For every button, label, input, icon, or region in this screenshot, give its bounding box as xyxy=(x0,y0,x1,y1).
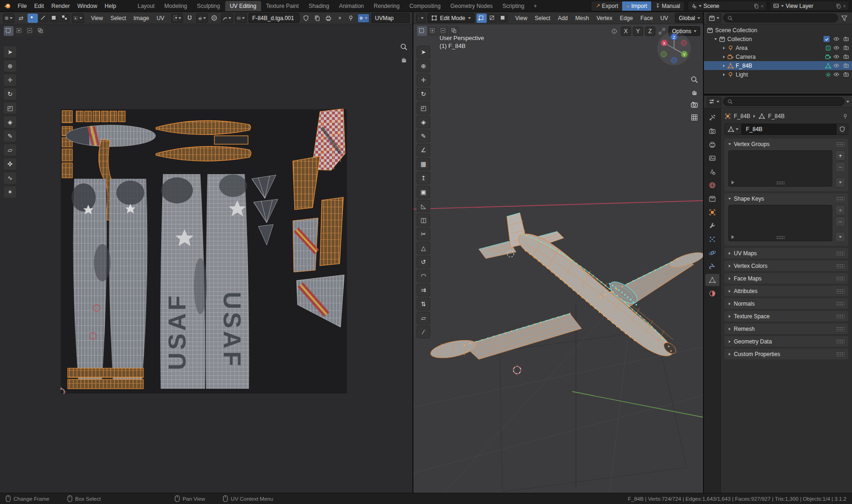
uv-menu-item[interactable]: Select xyxy=(107,14,129,23)
properties-tab[interactable] xyxy=(705,220,719,232)
blender-logo-icon[interactable] xyxy=(3,2,12,10)
viewport-canvas[interactable]: X Y Z Options User Perspective (1) F_84B… xyxy=(413,24,703,493)
mode-dropdown[interactable]: Edit Mode xyxy=(427,13,475,23)
copy-icon[interactable] xyxy=(753,3,759,9)
workspace-tab[interactable]: Scripting xyxy=(498,1,529,11)
tool-transform[interactable]: ◈ xyxy=(3,116,17,128)
properties-tab[interactable] xyxy=(705,152,719,164)
drag-grip-icon[interactable] xyxy=(836,251,845,256)
tool-rotate[interactable]: ↻ xyxy=(417,88,430,100)
properties-tab[interactable] xyxy=(705,112,719,124)
collapsed-panel[interactable]: Texture Space xyxy=(724,311,848,322)
collapsed-panel[interactable]: Normals xyxy=(724,298,848,309)
tool-spin[interactable]: ↺ xyxy=(417,256,430,268)
tool-shear[interactable]: ▱ xyxy=(417,312,430,324)
workspace-tab[interactable]: Animation xyxy=(334,1,369,11)
drag-grip-icon[interactable] xyxy=(836,142,845,147)
drag-grip-icon[interactable] xyxy=(836,301,845,306)
workspace-tab[interactable]: UV Editing xyxy=(225,1,261,11)
workspace-tab[interactable]: Geometry Nodes xyxy=(446,1,497,11)
properties-tab[interactable] xyxy=(705,139,719,151)
chevron-down-icon[interactable] xyxy=(846,101,849,103)
select-mode-extend-button[interactable] xyxy=(14,26,24,36)
tool-relax[interactable]: ∿ xyxy=(3,172,17,184)
tool-poly-build[interactable]: △ xyxy=(417,242,430,254)
render-visibility-toggle[interactable] xyxy=(843,63,849,69)
uv-sync-selection-toggle[interactable]: ⇄ xyxy=(16,14,26,23)
select-mode-set-button[interactable] xyxy=(417,26,427,36)
collapsed-panel[interactable]: Attributes xyxy=(724,286,848,296)
panel-header[interactable]: Shape Keys xyxy=(724,193,848,204)
uv-menu-item[interactable]: UV xyxy=(153,14,168,23)
select-mode-intersect-button[interactable] xyxy=(36,26,46,36)
mirror-z-toggle[interactable]: Z xyxy=(645,27,655,36)
tool-move[interactable]: ✛ xyxy=(417,74,430,86)
collapsed-panel[interactable]: Vertex Colors xyxy=(724,260,848,271)
properties-tab[interactable] xyxy=(705,260,719,273)
outliner-row-collection[interactable]: Collection xyxy=(704,35,852,43)
collapsed-panel[interactable]: Custom Properties xyxy=(724,349,848,359)
select-mode-intersect-button[interactable] xyxy=(449,26,459,36)
fake-user-shield-button[interactable] xyxy=(836,124,848,135)
outliner-row-scene-collection[interactable]: Scene Collection xyxy=(704,26,852,35)
pivot-point-dropdown[interactable] xyxy=(171,14,183,23)
unlink-scene-button[interactable]: × xyxy=(761,3,764,9)
pan-hand-icon[interactable] xyxy=(690,88,698,96)
tool-select-box[interactable]: ➤ xyxy=(417,46,430,58)
import-button[interactable]: »Import xyxy=(622,1,651,11)
expand-icon[interactable] xyxy=(714,38,717,40)
tool-rotate[interactable]: ↻ xyxy=(3,88,17,100)
workspace-tab[interactable]: Layout xyxy=(133,1,159,11)
properties-tab[interactable] xyxy=(705,274,719,286)
remove-shape-key-button[interactable]: − xyxy=(835,217,845,227)
tool-2d-cursor[interactable]: ⊕ xyxy=(3,60,17,72)
scene-selector[interactable]: Scene × xyxy=(688,1,767,11)
edge-select-button[interactable] xyxy=(487,14,497,23)
topbar-menu-item[interactable]: File xyxy=(14,1,30,11)
uv-menu-item[interactable]: Image xyxy=(130,14,152,23)
fake-user-shield-icon[interactable] xyxy=(301,14,311,23)
face-select-button[interactable] xyxy=(498,14,508,23)
collapsed-panel[interactable]: Geometry Data xyxy=(724,336,848,347)
workspace-tab[interactable]: Sculpting xyxy=(192,1,225,11)
workspace-tab[interactable]: Texture Paint xyxy=(262,1,304,11)
tool-knife[interactable]: ✂ xyxy=(417,228,430,240)
select-mode-subtract-button[interactable] xyxy=(439,26,448,36)
tool-shrink-fatten[interactable]: ⇅ xyxy=(417,298,430,310)
tool-scale[interactable]: ◰ xyxy=(3,102,17,114)
expand-icon[interactable] xyxy=(723,73,725,76)
collapsed-panel[interactable]: Remesh xyxy=(724,323,848,334)
tool-transform[interactable]: ◈ xyxy=(417,116,430,128)
remove-vertex-group-button[interactable]: − xyxy=(835,162,845,172)
vertex-select-button[interactable] xyxy=(476,14,487,23)
tool-smooth[interactable]: ◠ xyxy=(417,270,430,282)
outliner-object-row[interactable]: Camera xyxy=(704,52,852,61)
uv-select-vertex-button[interactable] xyxy=(28,14,38,23)
hide-eye-toggle[interactable] xyxy=(833,63,839,69)
uv-select-edge-button[interactable] xyxy=(38,14,49,23)
properties-tab[interactable] xyxy=(705,233,719,245)
tool-rip-region[interactable]: ▱ xyxy=(3,144,17,156)
select-mode-set-button[interactable] xyxy=(4,26,14,36)
sticky-selection-dropdown[interactable] xyxy=(72,14,84,23)
viewport-menu-item[interactable]: Add xyxy=(554,14,571,23)
unlink-image-button[interactable]: × xyxy=(335,14,344,23)
image-browse-dropdown[interactable] xyxy=(235,14,247,23)
topbar-menu-item[interactable]: Render xyxy=(48,1,73,11)
tool-rip-region[interactable]: ∕ xyxy=(417,326,430,338)
topbar-menu-item[interactable]: Window xyxy=(73,1,101,11)
editor-type-uv-button[interactable] xyxy=(3,14,14,23)
viewport-menu-item[interactable]: Face xyxy=(637,14,656,23)
tool-pinch[interactable]: ✶ xyxy=(3,186,17,198)
snap-settings-dropdown[interactable] xyxy=(196,14,208,23)
properties-tab[interactable] xyxy=(705,179,719,191)
render-visibility-toggle[interactable] xyxy=(843,71,849,77)
properties-tab[interactable] xyxy=(705,166,719,178)
workspace-tab[interactable]: Shading xyxy=(304,1,334,11)
tool-select-box[interactable]: ➤ xyxy=(3,46,17,58)
drag-grip-icon[interactable] xyxy=(836,314,845,319)
tool-annotate[interactable]: ✎ xyxy=(417,130,430,142)
uv-select-island-button[interactable] xyxy=(60,14,70,23)
image-name-field[interactable]: F-84B_d.tga.001 xyxy=(248,13,299,23)
tool-loop-cut[interactable]: ◫ xyxy=(417,214,430,226)
